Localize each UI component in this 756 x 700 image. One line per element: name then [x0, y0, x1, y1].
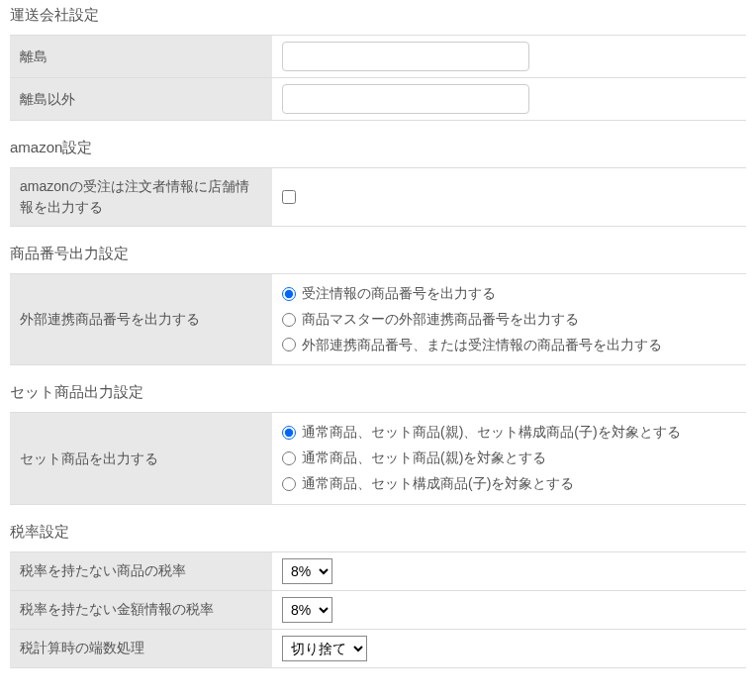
table-row: 税計算時の端数処理 切り捨て — [10, 629, 746, 667]
product-no-radio-2[interactable] — [282, 338, 296, 351]
table-row: 外部連携商品番号を出力する 受注情報の商品番号を出力する 商品マスターの外部連携… — [10, 274, 746, 365]
table-row: 離島 — [10, 36, 746, 78]
product-no-radio-0[interactable] — [282, 287, 296, 301]
product-no-option-1[interactable]: 商品マスターの外部連携商品番号を出力する — [302, 308, 579, 332]
section-title-product-no: 商品番号出力設定 — [10, 245, 746, 263]
amazon-table: amazonの受注は注文者情報に店舗情報を出力する — [10, 167, 746, 227]
table-row: 離島以外 — [10, 78, 746, 121]
section-title-amazon: amazon設定 — [10, 139, 746, 157]
amazon-store-info-checkbox[interactable] — [282, 190, 296, 204]
no-item-rate-select[interactable]: 8% — [282, 558, 332, 584]
label-nonisland: 離島以外 — [10, 78, 272, 121]
label-product-no-output: 外部連携商品番号を出力する — [10, 274, 272, 365]
no-amount-rate-select[interactable]: 8% — [282, 597, 332, 623]
product-no-option-0[interactable]: 受注情報の商品番号を出力する — [302, 282, 496, 306]
set-product-radio-2[interactable] — [282, 477, 296, 491]
label-island: 離島 — [10, 36, 272, 78]
label-no-amount-rate: 税率を持たない金額情報の税率 — [10, 590, 272, 629]
tax-table: 税率を持たない商品の税率 8% 税率を持たない金額情報の税率 8% 税計算時の端… — [10, 551, 746, 668]
label-rounding: 税計算時の端数処理 — [10, 629, 272, 667]
label-amazon-store-info: amazonの受注は注文者情報に店舗情報を出力する — [10, 168, 272, 227]
product-no-table: 外部連携商品番号を出力する 受注情報の商品番号を出力する 商品マスターの外部連携… — [10, 273, 746, 365]
label-set-product-output: セット商品を出力する — [10, 413, 272, 504]
table-row: セット商品を出力する 通常商品、セット商品(親)、セット構成商品(子)を対象とす… — [10, 413, 746, 504]
set-product-option-1[interactable]: 通常商品、セット商品(親)を対象とする — [302, 447, 546, 470]
section-title-tax: 税率設定 — [10, 523, 746, 542]
set-product-option-0[interactable]: 通常商品、セット商品(親)、セット構成商品(子)を対象とする — [302, 421, 681, 445]
label-no-item-rate: 税率を持たない商品の税率 — [10, 551, 272, 590]
set-product-radio-0[interactable] — [282, 426, 296, 440]
set-product-option-2[interactable]: 通常商品、セット構成商品(子)を対象とする — [302, 472, 574, 496]
island-input[interactable] — [282, 42, 529, 71]
nonisland-input[interactable] — [282, 84, 529, 114]
section-title-carrier: 運送会社設定 — [10, 6, 746, 25]
carrier-table: 離島 離島以外 — [10, 35, 746, 121]
table-row: 税率を持たない商品の税率 8% — [10, 551, 746, 590]
set-product-radio-1[interactable] — [282, 451, 296, 465]
table-row: 税率を持たない金額情報の税率 8% — [10, 590, 746, 629]
rounding-select[interactable]: 切り捨て — [282, 636, 367, 661]
product-no-option-2[interactable]: 外部連携商品番号、または受注情報の商品番号を出力する — [302, 334, 662, 357]
section-title-set-product: セット商品出力設定 — [10, 383, 746, 402]
set-product-table: セット商品を出力する 通常商品、セット商品(親)、セット構成商品(子)を対象とす… — [10, 412, 746, 504]
table-row: amazonの受注は注文者情報に店舗情報を出力する — [10, 168, 746, 227]
product-no-radio-1[interactable] — [282, 313, 296, 327]
